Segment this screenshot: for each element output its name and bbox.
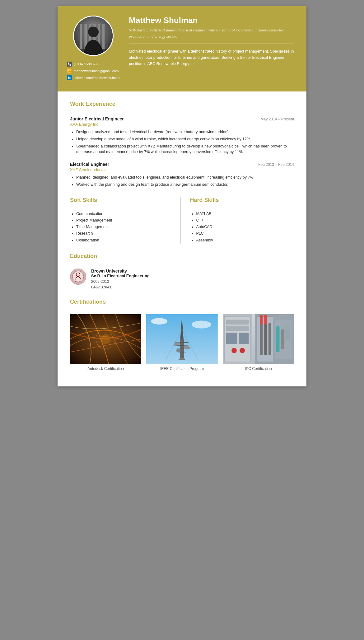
soft-skills-title: Soft Skills <box>70 197 174 203</box>
svg-rect-46 <box>268 323 271 355</box>
summary-text: Motivated electrical engineer with a dem… <box>129 48 294 67</box>
header-left: (+00)-77-888-999 matthewshulman@gmail.co… <box>67 16 119 82</box>
job-1: Junior Electrical Engineer May 2014 – Pr… <box>70 116 294 155</box>
job-2-bullets: Planned, designed, and evaluated tools, … <box>70 175 294 188</box>
cert-label-2: IEEE Certificates Program <box>146 367 217 371</box>
phone-text: (+00)-77-888-999 <box>74 62 100 66</box>
certifications-grid: Autodesk Certification <box>70 314 294 371</box>
job-1-company: AAA Energy Inc. <box>70 122 294 127</box>
job-2: Electrical Engineer Feb 2013 – Feb 2014 … <box>70 162 294 188</box>
email-contact: matthewshulman@gmail.com <box>67 68 119 73</box>
body-section: Work Experience Junior Electrical Engine… <box>58 91 306 386</box>
tagline: Self-starter, analytical junior electric… <box>129 27 294 39</box>
soft-skill-2: Project Management <box>76 217 174 224</box>
work-experience-title: Work Experience <box>70 101 294 107</box>
cert-label-3: IPC Certification <box>223 367 294 371</box>
job-1-title: Junior Electrical Engineer <box>70 116 124 121</box>
work-experience-section: Work Experience Junior Electrical Engine… <box>70 101 294 188</box>
edu-divider <box>70 262 294 262</box>
university-logo: BROWN <box>70 269 86 285</box>
svg-rect-9 <box>68 69 71 72</box>
cert-item-3: IPC Certification <box>223 314 294 371</box>
edu-gpa: GPA: 3.9/4.0 <box>91 285 294 289</box>
hard-skills-title: Hard Skills <box>190 197 294 203</box>
svg-point-51 <box>284 322 291 330</box>
svg-point-40 <box>240 348 245 353</box>
svg-rect-49 <box>276 326 279 352</box>
svg-rect-52 <box>285 330 290 340</box>
svg-point-8 <box>88 26 99 37</box>
certifications-title: Certifications <box>70 299 294 305</box>
cert-label-1: Autodesk Certification <box>70 367 141 371</box>
job-2-header: Electrical Engineer Feb 2013 – Feb 2014 <box>70 162 294 167</box>
cert-item-2: IEEE Certificates Program <box>146 314 217 371</box>
job-2-title: Electrical Engineer <box>70 162 109 167</box>
job-2-bullet-1: Planned, designed, and evaluated tools, … <box>76 175 294 180</box>
cert-item-1: Autodesk Certification <box>70 314 141 371</box>
job-1-bullet-1: Designed, analyzed, and tested electrica… <box>76 129 294 135</box>
cert-divider <box>70 308 294 308</box>
edu-degree: Sc.B. in Electrical Engineering <box>91 273 294 278</box>
linkedin-text: linkedin.com/matthewshulman <box>74 76 119 80</box>
job-2-date: Feb 2013 – Feb 2014 <box>258 162 294 167</box>
svg-text:BROWN: BROWN <box>75 280 81 282</box>
contact-info: (+00)-77-888-999 matthewshulman@gmail.co… <box>67 62 119 82</box>
job-1-header: Junior Electrical Engineer May 2014 – Pr… <box>70 116 294 121</box>
svg-rect-48 <box>264 315 267 325</box>
header-right: Matthew Shulman Self-starter, analytical… <box>129 16 294 67</box>
svg-rect-47 <box>260 315 263 325</box>
job-1-bullet-3: Spearheaded a collaboration project with… <box>76 143 294 155</box>
cert-image-1 <box>70 314 141 364</box>
soft-skill-4: Research <box>76 230 174 237</box>
svg-point-29 <box>176 349 181 352</box>
university-logo-inner: BROWN <box>71 269 86 284</box>
edu-details: Brown University Sc.B. in Electrical Eng… <box>91 269 294 289</box>
avatar <box>73 16 114 56</box>
header-section: (+00)-77-888-999 matthewshulman@gmail.co… <box>58 6 306 91</box>
svg-point-39 <box>231 348 237 353</box>
email-icon <box>67 68 72 73</box>
hard-skills-col: Hard Skills MATLAB C++ AutoCAD PLC Assem… <box>180 197 294 244</box>
svg-rect-50 <box>281 329 284 349</box>
person-name: Matthew Shulman <box>129 16 294 25</box>
hard-skills-list: MATLAB C++ AutoCAD PLC Assembly <box>190 211 294 244</box>
cert-image-3 <box>223 314 294 364</box>
svg-rect-36 <box>226 326 249 331</box>
job-2-company: XYZ Semiconductor <box>70 167 294 172</box>
hard-skill-3: AutoCAD <box>196 224 294 230</box>
soft-skill-1: Communication <box>76 211 174 217</box>
linkedin-contact: in linkedin.com/matthewshulman <box>67 75 119 80</box>
soft-skills-divider <box>70 206 174 206</box>
email-text: matthewshulman@gmail.com <box>74 69 119 73</box>
svg-rect-44 <box>260 323 263 355</box>
job-1-bullets: Designed, analyzed, and tested electrica… <box>70 129 294 155</box>
svg-rect-38 <box>239 333 249 344</box>
svg-rect-2 <box>80 24 82 49</box>
avatar-image <box>74 16 113 55</box>
resume-container: (+00)-77-888-999 matthewshulman@gmail.co… <box>58 6 306 386</box>
phone-icon <box>67 62 72 67</box>
work-divider <box>70 110 294 110</box>
svg-point-19 <box>192 320 211 328</box>
cert-image-2 <box>146 314 217 364</box>
soft-skills-col: Soft Skills Communication Project Manage… <box>70 197 180 244</box>
svg-point-18 <box>151 318 167 325</box>
hard-skill-2: C++ <box>196 217 294 224</box>
svg-rect-37 <box>226 333 237 344</box>
hard-skill-1: MATLAB <box>196 211 294 217</box>
edu-entry-1: BROWN Brown University Sc.B. in Electric… <box>70 269 294 289</box>
job-2-bullet-2: Worked with the planning and design team… <box>76 182 294 188</box>
education-section: Education BROWN Brown Unive <box>70 253 294 289</box>
soft-skill-3: Time-Management <box>76 224 174 230</box>
edu-years: 2009-2013 <box>91 279 294 284</box>
school-name: Brown University <box>91 269 294 273</box>
job-1-bullet-2: Helped develop a new model of a wind tur… <box>76 136 294 142</box>
header-divider <box>129 44 294 44</box>
certifications-section: Certifications <box>70 299 294 371</box>
soft-skills-list: Communication Project Management Time-Ma… <box>70 211 174 244</box>
svg-rect-22 <box>179 358 185 360</box>
education-title: Education <box>70 253 294 259</box>
hard-skills-divider <box>190 206 294 206</box>
job-1-date: May 2014 – Present <box>261 117 294 121</box>
hard-skill-4: PLC <box>196 230 294 237</box>
